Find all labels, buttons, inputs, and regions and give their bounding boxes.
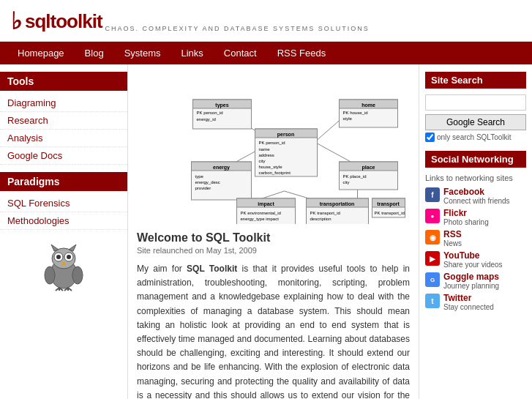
svg-point-10 <box>72 266 83 284</box>
flickr-icon: ● <box>425 209 440 223</box>
search-only-label: only search SQLToolkit <box>425 133 526 142</box>
nav-systems[interactable]: Systems <box>114 42 171 64</box>
sidebar-item-research[interactable]: Research <box>0 112 127 130</box>
social-youtube: ▶ YouTube Share your videos <box>425 250 526 269</box>
facebook-icon: f <box>425 187 440 202</box>
svg-text:energy_desc: energy_desc <box>195 180 220 184</box>
svg-text:city: city <box>259 159 266 163</box>
logo-icon: ♭ <box>11 7 22 35</box>
logo-toolkit: toolkit <box>50 10 102 32</box>
svg-text:style: style <box>343 116 353 121</box>
svg-text:person: person <box>277 132 294 138</box>
svg-text:place: place <box>362 165 375 171</box>
rss-icon: ◉ <box>425 230 440 245</box>
svg-text:transportation: transportation <box>320 201 354 207</box>
svg-text:description: description <box>310 217 331 221</box>
svg-text:energy_type impact: energy_type impact <box>241 217 280 221</box>
svg-text:energy_id: energy_id <box>197 117 216 122</box>
header: ♭ sqltoolkit CHAOS. COMPLEXITY AND DATAB… <box>0 0 532 42</box>
main-content: types PK person_id energy_id home PK hou… <box>128 64 419 399</box>
svg-text:impact: impact <box>258 201 274 207</box>
welcome-title: Welcome to SQL Toolkit <box>137 231 410 245</box>
svg-point-9 <box>45 266 55 284</box>
svg-text:house_style: house_style <box>259 165 283 169</box>
twitter-link[interactable]: Twitter <box>443 293 494 303</box>
svg-text:type: type <box>195 174 204 179</box>
social-rss: ◉ RSS News <box>425 229 526 247</box>
svg-text:carbon_footprint: carbon_footprint <box>259 171 291 175</box>
svg-marker-8 <box>69 245 76 251</box>
social-subtitle: Links to networking sites <box>425 174 526 182</box>
svg-point-4 <box>56 255 61 259</box>
svg-text:PK  person_id: PK person_id <box>259 141 285 145</box>
svg-text:PK  transport_id: PK transport_id <box>310 211 340 215</box>
facebook-desc: Connect with friends <box>443 197 510 205</box>
social-googlemaps: G Goggle maps Journey planning <box>425 272 526 290</box>
svg-text:energy: energy <box>213 165 230 171</box>
svg-text:PK  transport_id: PK transport_id <box>375 211 405 215</box>
svg-text:PK  person_id: PK person_id <box>197 111 223 115</box>
mascot <box>0 230 127 311</box>
left-sidebar: Tools Diagraming Research Analysis Googl… <box>0 64 128 399</box>
logo-text: sqltoolkit <box>25 10 102 33</box>
search-input[interactable] <box>425 94 526 111</box>
main-layout: Tools Diagraming Research Analysis Googl… <box>0 64 532 399</box>
nav-blog[interactable]: Blog <box>75 42 114 64</box>
googlemaps-link[interactable]: Goggle maps <box>443 272 499 282</box>
svg-text:address: address <box>259 153 274 157</box>
social-twitter: t Twitter Stay connected <box>425 293 526 311</box>
logo-sql: sql <box>25 10 50 32</box>
googlemaps-icon: G <box>425 272 440 287</box>
social-header: Social Networking <box>425 151 526 168</box>
social-flickr: ● Flickr Photo sharing <box>425 208 526 226</box>
facebook-link[interactable]: Facebook <box>443 187 510 197</box>
svg-text:PK  place_id: PK place_id <box>343 174 367 179</box>
welcome-paragraph: My aim for SQL Toolkit is that it provid… <box>137 262 410 399</box>
sidebar-item-methodologies[interactable]: Methodologies <box>0 212 127 230</box>
paradigms-header: Paradigms <box>0 172 127 191</box>
er-diagram: types PK person_id energy_id home PK hou… <box>137 70 410 224</box>
svg-text:types: types <box>215 102 228 108</box>
rss-desc: News <box>443 239 462 247</box>
nav-rss[interactable]: RSS Feeds <box>267 42 336 64</box>
rss-link[interactable]: RSS <box>443 229 462 239</box>
svg-text:PK  house_id: PK house_id <box>343 111 368 115</box>
sidebar-item-googledocs[interactable]: Google Docs <box>0 147 127 165</box>
tagline: CHAOS. COMPLEXITY AND DATABASE SYSTEMS S… <box>105 25 370 32</box>
search-header: Site Search <box>425 72 526 89</box>
nav-contact[interactable]: Contact <box>214 42 267 64</box>
right-sidebar: Site Search Google Search only search SQ… <box>419 64 532 399</box>
sidebar-item-sqlforensics[interactable]: SQL Forensics <box>0 195 127 212</box>
search-button[interactable]: Google Search <box>425 114 526 130</box>
svg-text:home: home <box>361 102 375 108</box>
youtube-link[interactable]: YouTube <box>443 250 503 261</box>
sidebar-item-analysis[interactable]: Analysis <box>0 130 127 147</box>
twitter-icon: t <box>425 294 440 308</box>
svg-text:city: city <box>343 180 350 184</box>
svg-text:PK  environmental_id: PK environmental_id <box>241 211 281 215</box>
nav-bar: Homepage Blog Systems Links Contact RSS … <box>0 42 532 64</box>
flickr-link[interactable]: Flickr <box>443 208 489 218</box>
svg-marker-7 <box>51 245 59 251</box>
svg-text:transport: transport <box>377 201 400 207</box>
search-only-checkbox[interactable] <box>425 133 435 142</box>
social-facebook: f Facebook Connect with friends <box>425 187 526 205</box>
twitter-desc: Stay connected <box>443 303 494 311</box>
youtube-icon: ▶ <box>425 251 440 266</box>
nav-homepage[interactable]: Homepage <box>7 42 75 64</box>
sidebar-item-diagraming[interactable]: Diagraming <box>0 94 127 112</box>
youtube-desc: Share your videos <box>443 261 503 269</box>
flickr-desc: Photo sharing <box>443 218 489 226</box>
svg-text:provider: provider <box>195 186 211 190</box>
tools-header: Tools <box>0 72 127 91</box>
svg-point-5 <box>67 255 71 259</box>
svg-text:name: name <box>259 147 271 152</box>
googlemaps-desc: Journey planning <box>443 282 499 290</box>
nav-links[interactable]: Links <box>171 42 213 64</box>
welcome-subtitle: Site relaunched on May 1st, 2009 <box>137 246 410 255</box>
